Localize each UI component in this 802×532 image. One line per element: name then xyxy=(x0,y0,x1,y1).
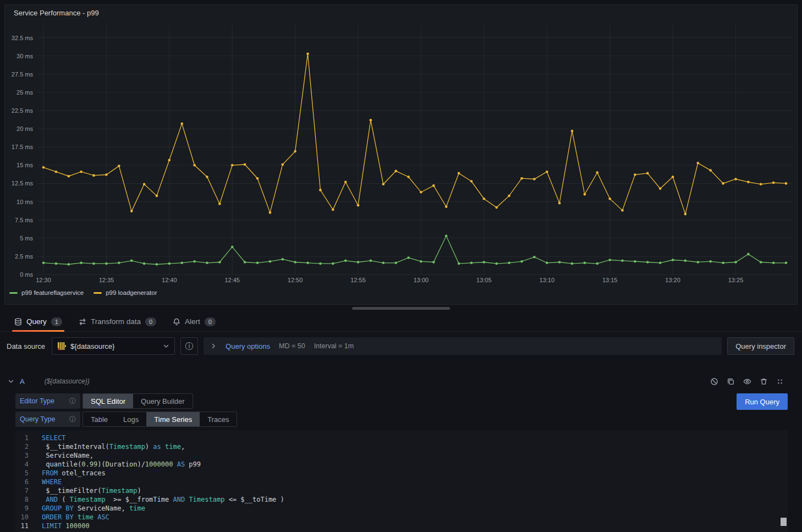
code-text: LIMIT 100000 xyxy=(42,522,90,530)
datasource-value: ${datasource} xyxy=(70,342,158,350)
code-line[interactable]: 11LIMIT 100000 xyxy=(15,522,788,530)
query-type-label-text: Query Type xyxy=(20,415,55,423)
svg-text:13:00: 13:00 xyxy=(414,277,429,283)
datasource-picker[interactable]: ${datasource} xyxy=(52,337,175,355)
svg-text:22.5 ms: 22.5 ms xyxy=(12,107,34,114)
code-text: FROM otel_traces xyxy=(42,469,106,478)
svg-text:25 ms: 25 ms xyxy=(17,89,33,96)
line-number: 2 xyxy=(15,442,42,451)
code-line[interactable]: 7 $__timeFilter(Timestamp) xyxy=(15,486,788,495)
line-number: 6 xyxy=(15,478,42,486)
info-circle-icon[interactable]: ⓘ xyxy=(69,397,76,406)
code-text: WHERE xyxy=(42,478,62,486)
datasource-help-button[interactable]: ⓘ xyxy=(180,337,198,355)
line-number: 11 xyxy=(15,522,42,530)
code-line[interactable]: 5FROM otel_traces xyxy=(15,469,788,478)
svg-text:12:35: 12:35 xyxy=(99,277,114,283)
query-type-option-time-series[interactable]: Time Series xyxy=(146,412,200,426)
svg-text:12:50: 12:50 xyxy=(288,277,303,283)
panel-title: Service Performance - p99 xyxy=(5,5,797,20)
tab-badge: 0 xyxy=(205,317,216,326)
svg-text:17.5 ms: 17.5 ms xyxy=(12,144,34,150)
duplicate-query-icon[interactable] xyxy=(727,377,735,386)
tab-badge: 0 xyxy=(145,317,156,326)
code-line[interactable]: 9GROUP BY ServiceName, time xyxy=(15,504,788,513)
svg-text:13:25: 13:25 xyxy=(728,277,744,283)
timeseries-chart[interactable]: 0 ms2.5 ms5 ms7.5 ms10 ms12.5 ms15 ms17.… xyxy=(9,20,793,287)
code-line[interactable]: 2 $__timeInterval(Timestamp) as time, xyxy=(15,442,788,451)
svg-text:13:20: 13:20 xyxy=(665,277,680,283)
disable-query-icon[interactable] xyxy=(710,377,718,386)
legend-item-loadgenerator[interactable]: p99 loadgenerator xyxy=(94,289,157,296)
datasource-label: Data source xyxy=(7,342,46,350)
svg-text:0 ms: 0 ms xyxy=(20,271,33,278)
query-inspector-button[interactable]: Query inspector xyxy=(727,337,794,355)
hide-response-eye-icon[interactable] xyxy=(743,377,751,386)
legend-label[interactable]: p99 loadgenerator xyxy=(106,289,157,296)
code-text: ServiceName, xyxy=(42,451,94,460)
query-datasource-hint: (${datasource}) xyxy=(45,377,90,385)
svg-text:5 ms: 5 ms xyxy=(20,235,33,242)
collapse-chevron-icon[interactable] xyxy=(8,378,14,385)
query-type-segmented: Table Logs Time Series Traces xyxy=(83,412,237,427)
line-number: 7 xyxy=(15,486,42,495)
query-inspector-label: Query inspector xyxy=(735,342,786,350)
line-number: 1 xyxy=(15,434,42,442)
query-type-option-traces[interactable]: Traces xyxy=(200,412,237,426)
tab-alert[interactable]: Alert 0 xyxy=(167,312,221,331)
svg-text:20 ms: 20 ms xyxy=(17,125,33,132)
svg-text:12:45: 12:45 xyxy=(224,277,240,283)
database-icon xyxy=(14,318,22,326)
svg-text:32.5 ms: 32.5 ms xyxy=(12,35,34,41)
tab-query[interactable]: Query 1 xyxy=(9,312,68,331)
query-row-actions xyxy=(710,377,784,386)
editor-type-label-text: Editor Type xyxy=(20,397,54,405)
svg-text:13:05: 13:05 xyxy=(476,277,492,283)
code-line[interactable]: 3 ServiceName, xyxy=(15,451,788,460)
horizontal-scrollbar[interactable] xyxy=(352,307,450,310)
timeseries-panel: Service Performance - p99 0 ms2.5 ms5 ms… xyxy=(4,4,798,305)
code-line[interactable]: 6WHERE xyxy=(15,478,788,486)
line-number: 10 xyxy=(15,513,42,522)
query-type-option-table[interactable]: Table xyxy=(83,412,116,426)
legend-swatch-yellow xyxy=(94,292,102,294)
query-type-row: Query Type ⓘ Table Logs Time Series Trac… xyxy=(15,412,788,427)
query-type-option-logs[interactable]: Logs xyxy=(116,412,146,426)
code-line[interactable]: 10ORDER BY time ASC xyxy=(15,513,788,522)
tab-label: Transform data xyxy=(91,317,141,326)
svg-text:15 ms: 15 ms xyxy=(17,162,33,168)
query-editor-area: Editor Type ⓘ SQL Editor Query Builder R… xyxy=(15,393,788,427)
code-line[interactable]: 8 AND ( Timestamp >= $__fromTime AND Tim… xyxy=(15,495,788,504)
delete-query-trash-icon[interactable] xyxy=(760,377,768,386)
legend-label[interactable]: p99 featureflagservice xyxy=(21,289,84,296)
query-options-link[interactable]: Query options xyxy=(226,342,270,350)
editor-type-option-query-builder[interactable]: Query Builder xyxy=(133,394,192,408)
info-circle-icon: ⓘ xyxy=(185,341,194,352)
query-type-label: Query Type ⓘ xyxy=(15,412,80,427)
query-ref-id[interactable]: A xyxy=(20,377,25,386)
run-query-button[interactable]: Run Query xyxy=(737,393,788,410)
legend-item-featureflagservice[interactable]: p99 featureflagservice xyxy=(9,289,84,296)
svg-text:12:40: 12:40 xyxy=(162,277,177,283)
svg-text:13:10: 13:10 xyxy=(540,277,555,283)
svg-text:12.5 ms: 12.5 ms xyxy=(12,180,34,187)
query-options-bar[interactable]: Query options MD = 50 Interval = 1m xyxy=(204,337,722,355)
info-circle-icon[interactable]: ⓘ xyxy=(69,415,76,424)
editor-type-row: Editor Type ⓘ SQL Editor Query Builder R… xyxy=(15,393,788,409)
chevron-right-icon xyxy=(210,343,217,349)
transform-arrows-icon xyxy=(79,318,86,326)
svg-text:12:30: 12:30 xyxy=(36,277,51,283)
code-text: $__timeInterval(Timestamp) as time, xyxy=(42,442,185,451)
query-row-header[interactable]: A (${datasource}) xyxy=(8,374,784,389)
code-text: AND ( Timestamp >= $__fromTime AND Times… xyxy=(42,495,284,504)
clickhouse-logo-icon xyxy=(57,342,66,350)
code-line[interactable]: 4 quantile(0.99)(Duration)/1000000 AS p9… xyxy=(15,460,788,469)
code-lines: 1SELECT2 $__timeInterval(Timestamp) as t… xyxy=(15,434,788,530)
tab-transform-data[interactable]: Transform data 0 xyxy=(73,312,162,331)
code-text: GROUP BY ServiceName, time xyxy=(42,504,145,513)
sql-code-editor[interactable]: 1SELECT2 $__timeInterval(Timestamp) as t… xyxy=(15,430,788,532)
drag-handle-icon[interactable] xyxy=(776,377,784,386)
editor-scrollbar-thumb[interactable] xyxy=(781,518,787,526)
editor-type-option-sql-editor[interactable]: SQL Editor xyxy=(83,394,133,408)
code-line[interactable]: 1SELECT xyxy=(15,434,788,442)
